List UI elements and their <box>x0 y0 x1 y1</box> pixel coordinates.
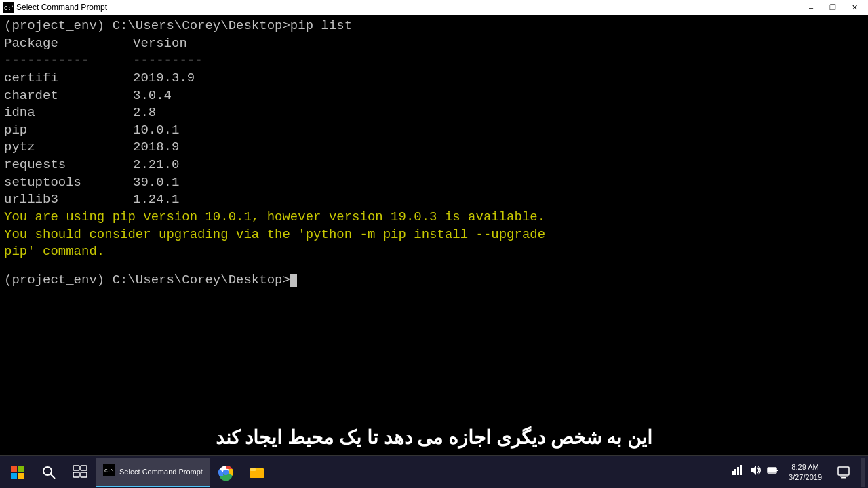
pkg-header-row: PackageVersion <box>4 35 864 53</box>
network-tray-icon[interactable] <box>732 464 744 480</box>
taskbar-cmd-label: Select Command Prompt <box>119 468 203 476</box>
show-desktop-button[interactable] <box>861 458 865 487</box>
svg-rect-27 <box>768 468 776 472</box>
svg-rect-19 <box>250 468 256 471</box>
svg-text:C:\: C:\ <box>104 468 115 474</box>
package-list: certifi 2019.3.9chardet 3.0.4idna 2.8pip… <box>4 70 864 209</box>
taskbar-cmd-item[interactable]: C:\ Select Command Prompt <box>96 458 210 487</box>
svg-rect-3 <box>18 466 24 472</box>
taskbar: C:\ Select Command Prompt <box>0 455 868 488</box>
system-clock[interactable]: 8:29 AM 3/27/2019 <box>785 462 826 482</box>
svg-rect-8 <box>73 466 79 470</box>
file-explorer-taskbar-button[interactable] <box>242 458 272 487</box>
taskbar-left: C:\ Select Command Prompt <box>3 458 272 487</box>
window-title: Select Command Prompt <box>16 3 107 12</box>
svg-rect-4 <box>11 473 17 479</box>
svg-rect-20 <box>732 471 734 475</box>
subtitle-text: این به شخص دیگری اجازه می دهد تا یک محیط… <box>216 427 653 448</box>
chrome-taskbar-button[interactable] <box>211 458 241 487</box>
svg-rect-28 <box>838 467 849 475</box>
action-center-button[interactable] <box>829 458 859 487</box>
titlebar-left: C:\ Select Command Prompt <box>3 2 107 13</box>
cmd-icon: C:\ <box>3 2 14 13</box>
svg-rect-2 <box>11 466 17 472</box>
warning-line-1: You are using pip version 10.0.1, howeve… <box>4 209 864 226</box>
svg-rect-23 <box>740 465 742 475</box>
svg-point-16 <box>223 470 229 475</box>
svg-marker-24 <box>751 466 756 475</box>
svg-rect-21 <box>734 469 736 475</box>
tray-icons <box>732 464 779 480</box>
power-tray-icon[interactable] <box>767 464 779 480</box>
titlebar: C:\ Select Command Prompt – ❐ ✕ <box>0 0 868 15</box>
subtitle-overlay: این به شخص دیگری اجازه می دهد تا یک محیط… <box>0 420 868 455</box>
package-list-item: pytz 2018.9 <box>4 139 864 157</box>
package-list-item: pip 10.0.1 <box>4 122 864 140</box>
package-list-item: requests 2.21.0 <box>4 157 864 174</box>
cmd-prompt-line1: (project_env) C:\Users\Corey\Desktop>pip… <box>4 18 864 35</box>
sep1: ----------- <box>4 52 133 70</box>
svg-rect-10 <box>73 472 79 477</box>
search-button[interactable] <box>34 458 64 487</box>
pkg-col-header: Package <box>4 35 133 53</box>
clock-time: 8:29 AM <box>789 462 822 472</box>
package-list-item: certifi 2019.3.9 <box>4 70 864 87</box>
svg-rect-29 <box>840 476 848 477</box>
task-view-button[interactable] <box>65 458 95 487</box>
sep2: --------- <box>133 52 203 70</box>
terminal-output: (project_env) C:\Users\Corey\Desktop>pip… <box>0 15 868 455</box>
svg-rect-30 <box>841 477 846 479</box>
svg-text:C:\: C:\ <box>4 5 13 12</box>
warning-line-2: You should consider upgrading via the 'p… <box>4 226 864 244</box>
svg-rect-26 <box>776 470 778 471</box>
maximize-button[interactable]: ❐ <box>822 0 844 15</box>
package-list-item: idna 2.8 <box>4 104 864 122</box>
volume-tray-icon[interactable] <box>749 464 762 480</box>
svg-rect-18 <box>250 470 264 478</box>
package-list-item: chardet 3.0.4 <box>4 87 864 105</box>
svg-line-7 <box>51 474 56 479</box>
cursor-block <box>290 274 297 287</box>
close-button[interactable]: ✕ <box>844 0 865 15</box>
minimize-button[interactable]: – <box>800 0 822 15</box>
separator-row: -------------------- <box>4 52 864 70</box>
svg-rect-5 <box>18 473 24 479</box>
svg-rect-9 <box>81 466 87 470</box>
ver-col-header: Version <box>133 35 187 53</box>
package-list-item: urllib3 1.24.1 <box>4 191 864 209</box>
clock-date: 3/27/2019 <box>789 472 822 482</box>
package-list-item: setuptools 39.0.1 <box>4 174 864 192</box>
start-button[interactable] <box>3 458 33 487</box>
cmd-prompt-line2: (project_env) C:\Users\Corey\Desktop> <box>4 272 864 289</box>
svg-point-6 <box>43 467 52 475</box>
window-controls: – ❐ ✕ <box>800 0 865 15</box>
warning-line-3: pip' command. <box>4 243 864 261</box>
svg-rect-11 <box>81 472 87 477</box>
taskbar-cmd-icon: C:\ <box>103 464 115 479</box>
svg-rect-22 <box>737 467 739 475</box>
taskbar-right: 8:29 AM 3/27/2019 <box>732 458 865 487</box>
